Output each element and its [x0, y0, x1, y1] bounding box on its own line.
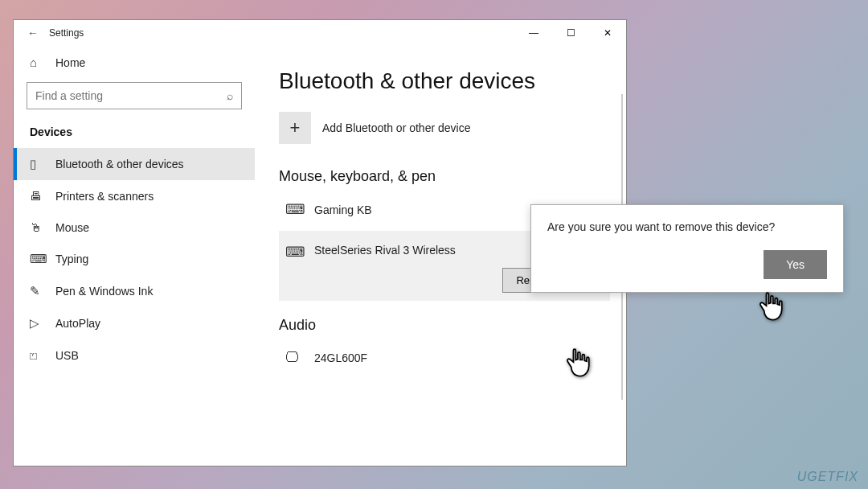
search-input[interactable]	[35, 89, 227, 102]
titlebar: ← Settings — ☐ ✕	[14, 20, 626, 46]
mouse-icon: 🖱	[30, 220, 44, 234]
sidebar-item-bluetooth[interactable]: ▯ Bluetooth & other devices	[14, 148, 255, 180]
sidebar-item-label: Bluetooth & other devices	[55, 158, 184, 171]
home-icon: ⌂	[30, 55, 44, 69]
keyboard-icon: ⌨	[285, 201, 303, 218]
keyboard-icon: ⌨	[30, 252, 44, 266]
autoplay-icon: ▷	[30, 316, 44, 331]
device-name: SteelSeries Rival 3 Wireless	[314, 244, 456, 257]
search-icon: ⌕	[227, 89, 233, 102]
usb-icon: ⏍	[30, 348, 44, 362]
keyboard-icon: ⌨	[285, 244, 303, 261]
device-name: Gaming KB	[314, 203, 372, 216]
back-button[interactable]: ←	[17, 27, 49, 39]
monitor-icon: 🖵	[285, 350, 303, 366]
sidebar-item-label: Pen & Windows Ink	[55, 285, 153, 298]
group-title-audio: Audio	[279, 317, 610, 334]
sidebar-item-label: Printers & scanners	[55, 190, 154, 203]
minimize-button[interactable]: —	[515, 20, 552, 46]
home-label: Home	[55, 56, 85, 69]
sidebar-item-printers[interactable]: 🖶 Printers & scanners	[14, 180, 255, 212]
sidebar-item-usb[interactable]: ⏍ USB	[14, 339, 255, 371]
add-device-button[interactable]: + Add Bluetooth or other device	[279, 112, 610, 144]
bluetooth-icon: ▯	[30, 157, 44, 171]
add-device-label: Add Bluetooth or other device	[322, 121, 470, 134]
sidebar-item-autoplay[interactable]: ▷ AutoPlay	[14, 307, 255, 339]
watermark: UGETFIX	[797, 470, 858, 484]
cursor-pointer-icon	[755, 290, 786, 325]
yes-button[interactable]: Yes	[764, 250, 827, 279]
confirm-dialog: Are you sure you want to remove this dev…	[530, 204, 844, 293]
sidebar-item-typing[interactable]: ⌨ Typing	[14, 243, 255, 275]
device-row[interactable]: 🖵 24GL600F	[279, 342, 610, 374]
printer-icon: 🖶	[30, 189, 44, 203]
sidebar-item-label: Mouse	[55, 221, 89, 234]
home-nav[interactable]: ⌂ Home	[14, 49, 255, 76]
pen-icon: ✎	[30, 284, 44, 298]
sidebar-item-mouse[interactable]: 🖱 Mouse	[14, 212, 255, 243]
sidebar-item-label: AutoPlay	[55, 317, 100, 330]
sidebar: ⌂ Home ⌕ Devices ▯ Bluetooth & other dev…	[14, 46, 255, 466]
maximize-button[interactable]: ☐	[552, 20, 589, 46]
sidebar-item-label: Typing	[55, 253, 88, 265]
device-name: 24GL600F	[314, 351, 367, 364]
page-title: Bluetooth & other devices	[279, 68, 610, 94]
plus-icon: +	[279, 112, 311, 144]
group-title-mouse: Mouse, keyboard, & pen	[279, 168, 610, 185]
search-box[interactable]: ⌕	[27, 82, 242, 109]
sidebar-item-pen[interactable]: ✎ Pen & Windows Ink	[14, 275, 255, 307]
close-button[interactable]: ✕	[589, 20, 626, 46]
window-title: Settings	[49, 27, 84, 39]
sidebar-item-label: USB	[55, 349, 79, 362]
sidebar-section: Devices	[14, 121, 255, 148]
dialog-message: Are you sure you want to remove this dev…	[547, 220, 827, 236]
window-controls: — ☐ ✕	[515, 20, 626, 46]
